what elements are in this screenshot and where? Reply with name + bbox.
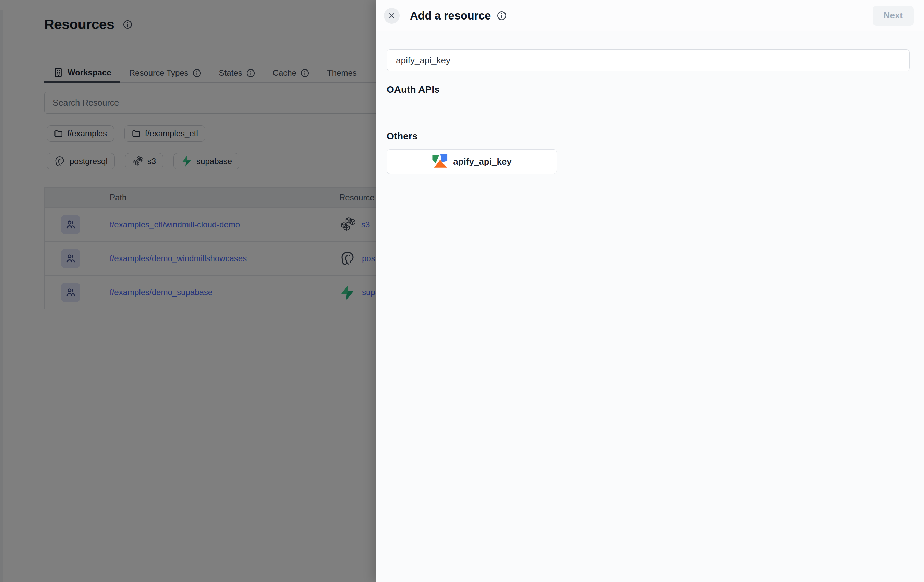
next-button[interactable]: Next xyxy=(873,6,914,26)
resource-type-card-label: apify_api_key xyxy=(453,156,512,167)
close-icon xyxy=(388,12,396,20)
drawer-header: Add a resource Next xyxy=(376,0,924,31)
drawer-title: Add a resource xyxy=(410,9,491,22)
section-heading-others: Others xyxy=(387,131,909,142)
close-button[interactable] xyxy=(384,8,399,24)
drawer-body: OAuth APIs Others apify_api_key xyxy=(376,31,924,174)
info-icon[interactable] xyxy=(497,11,507,21)
section-heading-oauth: OAuth APIs xyxy=(387,84,909,95)
resource-type-card-apify[interactable]: apify_api_key xyxy=(387,149,557,174)
add-resource-drawer: Add a resource Next OAuth APIs Others ap… xyxy=(376,0,924,582)
apify-logo-icon xyxy=(432,154,447,169)
resource-type-search-input[interactable] xyxy=(387,49,909,71)
